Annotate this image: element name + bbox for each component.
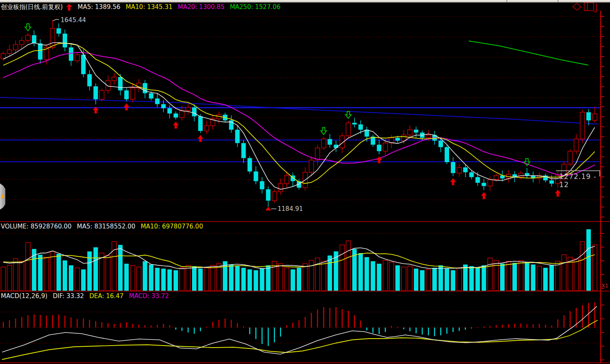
candle-down <box>87 74 92 86</box>
volume-bar-down <box>143 261 147 291</box>
buy-arrow-icon <box>481 192 487 199</box>
volume-bar-down <box>432 268 437 291</box>
volume-bar-up <box>580 242 585 291</box>
candle-up <box>592 114 597 120</box>
volume-bar-up <box>44 257 49 291</box>
buy-arrow-icon <box>173 122 178 129</box>
ma250-readout: MA250: 1527.06 <box>230 3 280 11</box>
candle-up <box>99 90 104 99</box>
volume-bar-down <box>586 229 591 291</box>
candle-up <box>488 180 492 186</box>
volume-bar-down <box>229 265 233 291</box>
candle-down <box>63 34 67 47</box>
pane-indicator-label: X1 <box>601 283 608 289</box>
volume-bar-down <box>155 268 160 291</box>
volume-bar-up <box>408 266 412 291</box>
candle-up <box>204 126 209 131</box>
volume-bar-down <box>525 262 529 291</box>
volume-bar-down <box>414 269 418 291</box>
candle-up <box>457 167 461 173</box>
diamond-icon[interactable] <box>573 3 581 10</box>
pane-splitter-icon[interactable] <box>594 3 596 12</box>
volume-bar-up <box>556 261 560 291</box>
candle-down <box>155 99 160 104</box>
price-tooltip: 1272.19 - 12 <box>556 170 600 181</box>
volume-bar-up <box>574 259 578 291</box>
high-price-label: 1645.44 <box>61 16 86 24</box>
ma10-readout: MA10: 1345.31 <box>126 3 172 11</box>
buy-arrow-icon <box>450 178 456 185</box>
volume-bar-up <box>346 241 350 291</box>
candle-down <box>358 124 363 130</box>
volume-bar-down <box>377 264 382 291</box>
candle-up <box>285 176 289 184</box>
candle-up <box>346 123 350 136</box>
candle-down <box>248 158 252 172</box>
expand-arrow-icon <box>1 194 5 199</box>
candle-down <box>438 140 443 147</box>
volume-bar-down <box>81 269 86 291</box>
up-arrow-icon <box>66 4 72 11</box>
volume-bar-down <box>87 251 92 291</box>
volume-bar-up <box>26 242 30 291</box>
tooltip-text: 1272.19 - 12 <box>559 172 600 189</box>
chart-canvas[interactable] <box>0 0 610 364</box>
low-marker-icon <box>265 207 271 210</box>
volume-bar-up <box>210 265 215 291</box>
volume-bar-up <box>186 265 190 291</box>
candle-up <box>383 143 388 151</box>
volume-bar-up <box>112 242 116 291</box>
volume-bar-up <box>285 268 289 291</box>
candle-up <box>408 130 412 135</box>
candle-down <box>198 116 203 131</box>
top-border-seam <box>506 0 507 2</box>
volume-bar-up <box>488 258 492 291</box>
volume-bar-down <box>192 266 197 291</box>
volume-bar-down <box>481 265 486 291</box>
candle-up <box>315 148 320 160</box>
buy-arrow-icon <box>555 190 561 197</box>
candle-up <box>50 28 55 47</box>
volume-bar-up <box>278 264 283 291</box>
candle-up <box>272 192 277 201</box>
volume-bar-down <box>63 260 67 291</box>
main-pane-header: 创业板指(日线.前复权) MA5: 1389.56 MA10: 1345.31 … <box>1 3 280 11</box>
volume-bar-down <box>291 269 295 291</box>
volume-bars <box>1 229 597 291</box>
volume-bar-up <box>137 267 141 291</box>
candle-down <box>167 108 172 113</box>
candle-down <box>395 138 400 141</box>
candle-up <box>180 111 184 118</box>
volume-bar-down <box>93 247 98 291</box>
buy-arrow-icon <box>198 135 203 142</box>
volume-bar-up <box>14 259 18 291</box>
candle-up <box>26 35 30 41</box>
volume-bar-up <box>592 245 597 291</box>
candle-down <box>549 181 554 184</box>
volume-bar-down <box>260 269 264 291</box>
candle-up <box>309 160 314 172</box>
volume-bar-down <box>371 261 375 291</box>
candle-up <box>75 55 79 61</box>
volume-bar-down <box>124 264 129 291</box>
volume-bar-up <box>506 261 511 291</box>
buy-arrow-icon <box>124 103 129 110</box>
candle-down <box>328 139 332 145</box>
candle-down <box>56 28 61 34</box>
volume-bar-up <box>562 255 566 291</box>
volume-bar-up <box>1 267 6 291</box>
volume-bar-up <box>309 260 314 291</box>
volume-bar-down <box>358 253 363 291</box>
volume-bar-down <box>266 265 271 291</box>
sell-arrow-icon <box>25 24 31 31</box>
volume-bar-down <box>38 255 43 291</box>
volume-bar-up <box>315 258 320 291</box>
volume-ma10-readout: MA10: 69780776.00 <box>141 223 203 230</box>
candle-up <box>106 81 110 90</box>
candle-down <box>451 162 455 173</box>
window-layout-icon[interactable] <box>584 3 594 11</box>
ma5-line <box>3 43 595 190</box>
candle-down <box>69 47 73 61</box>
candle-down <box>586 112 591 120</box>
volume-bar-up <box>340 245 344 291</box>
